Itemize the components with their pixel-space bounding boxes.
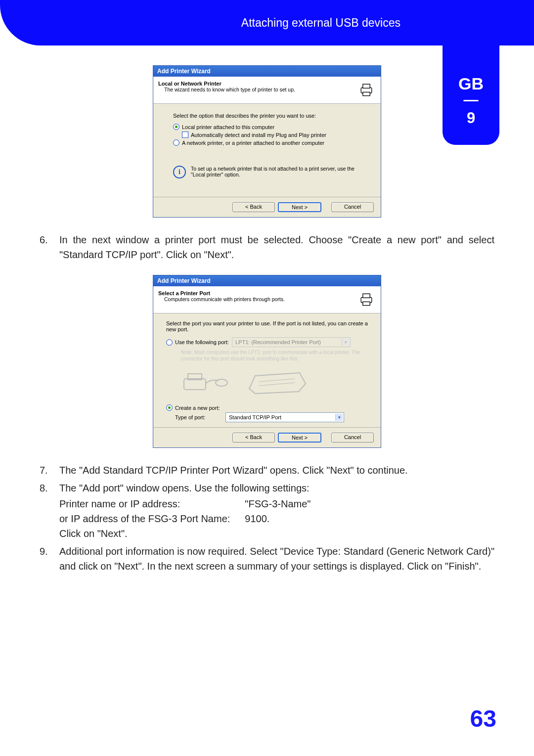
wizard1-subheading: The wizard needs to know which type of p… <box>158 87 295 92</box>
step-8-row1-label: Printer name or IP address: <box>59 496 245 511</box>
wizard2-heading: Select a Printer Port <box>158 290 285 296</box>
printer-icon <box>357 81 376 99</box>
wizard2-back-button[interactable]: < Back <box>232 433 275 443</box>
radio-use-following-port-label: Use the following port: <box>175 339 229 345</box>
step-8-row1-value: "FSG-3-Name" <box>245 496 325 511</box>
port-connector-illustration <box>181 368 368 398</box>
wizard1-info-text: To set up a network printer that is not … <box>191 166 361 178</box>
wizard2-prompt: Select the port you want your printer to… <box>166 320 368 332</box>
wizard1-titlebar: Add Printer Wizard <box>153 66 381 77</box>
step-7-text: The "Add Standard TCP/IP Printer Port Wi… <box>59 463 494 478</box>
wizard1-cancel-button[interactable]: Cancel <box>331 202 374 212</box>
printer-icon <box>357 290 376 309</box>
step-6-text: In the next window a printer port must b… <box>59 232 494 262</box>
combo-port-type-value: Standard TCP/IP Port <box>229 414 281 420</box>
info-icon: i <box>173 166 186 178</box>
side-tab-chapter: 9 <box>443 109 499 127</box>
radio-create-new-port[interactable] <box>166 404 173 411</box>
step-8-number: 8. <box>40 481 51 541</box>
checkbox-auto-detect[interactable] <box>182 132 188 138</box>
step-6-number: 6. <box>40 232 51 262</box>
wizard2-port-note: Note: Most computers use the LPT1: port … <box>181 349 368 362</box>
radio-network-printer-label: A network printer, or a printer attached… <box>182 140 324 146</box>
chevron-down-icon[interactable]: ▾ <box>335 414 343 421</box>
page-number: 63 <box>470 705 496 732</box>
wizard2-subheading: Computers communicate with printers thro… <box>158 296 285 302</box>
step-9: 9. Additional port information is now re… <box>40 544 494 574</box>
wizard-local-or-network: Add Printer Wizard Local or Network Prin… <box>153 65 381 218</box>
step-8-row2-label: or IP address of the FSG-3 Port Name: <box>59 511 245 526</box>
step-8-intro: The "Add port" window opens. Use the fol… <box>59 483 310 493</box>
checkbox-auto-detect-label: Automatically detect and install my Plug… <box>191 132 326 138</box>
svg-rect-5 <box>363 302 370 305</box>
svg-rect-6 <box>184 379 206 390</box>
type-of-port-label: Type of port: <box>175 414 222 420</box>
step-9-number: 9. <box>40 544 51 574</box>
page-header-title: Attaching external USB devices <box>241 16 400 30</box>
radio-local-printer-label: Local printer attached to this computer <box>182 124 274 130</box>
parallel-port-icon <box>245 369 310 397</box>
radio-create-new-port-label: Create a new port: <box>175 405 220 411</box>
step-8-row2-value: 9100. <box>245 511 325 526</box>
step-8-settings: Printer name or IP address: "FSG-3-Name"… <box>59 496 325 526</box>
svg-point-8 <box>216 379 227 386</box>
wizard1-back-button[interactable]: < Back <box>232 202 275 212</box>
side-tab: GB — 9 <box>443 0 499 145</box>
side-tab-separator: — <box>443 97 499 102</box>
wizard2-titlebar: Add Printer Wizard <box>153 275 381 286</box>
combo-existing-port: LPT1: (Recommended Printer Port) ▾ <box>232 337 351 347</box>
step-7: 7. The "Add Standard TCP/IP Printer Port… <box>40 463 494 478</box>
wizard-select-port: Add Printer Wizard Select a Printer Port… <box>153 275 381 448</box>
svg-rect-4 <box>363 294 370 298</box>
radio-local-printer[interactable] <box>173 124 179 130</box>
step-9-text: Additional port information is now requi… <box>59 544 494 574</box>
step-8: 8. The "Add port" window opens. Use the … <box>40 481 494 541</box>
step-6: 6. In the next window a printer port mus… <box>40 232 494 262</box>
combo-existing-port-value: LPT1: (Recommended Printer Port) <box>235 339 321 345</box>
chevron-down-icon: ▾ <box>342 339 349 346</box>
wizard1-next-button[interactable]: Next > <box>278 202 321 212</box>
wizard1-heading: Local or Network Printer <box>158 81 295 87</box>
printer-connector-icon <box>181 369 230 397</box>
radio-network-printer[interactable] <box>173 139 179 146</box>
side-tab-language: GB <box>443 74 499 93</box>
wizard2-next-button[interactable]: Next > <box>278 433 321 443</box>
wizard2-cancel-button[interactable]: Cancel <box>331 433 374 443</box>
svg-rect-2 <box>363 92 370 95</box>
svg-rect-1 <box>363 84 370 88</box>
radio-use-following-port[interactable] <box>166 339 173 346</box>
step-8-outro: Click on "Next". <box>59 526 494 541</box>
wizard1-prompt: Select the option that describes the pri… <box>173 113 361 119</box>
step-7-number: 7. <box>40 463 51 478</box>
combo-port-type[interactable]: Standard TCP/IP Port ▾ <box>225 412 344 422</box>
